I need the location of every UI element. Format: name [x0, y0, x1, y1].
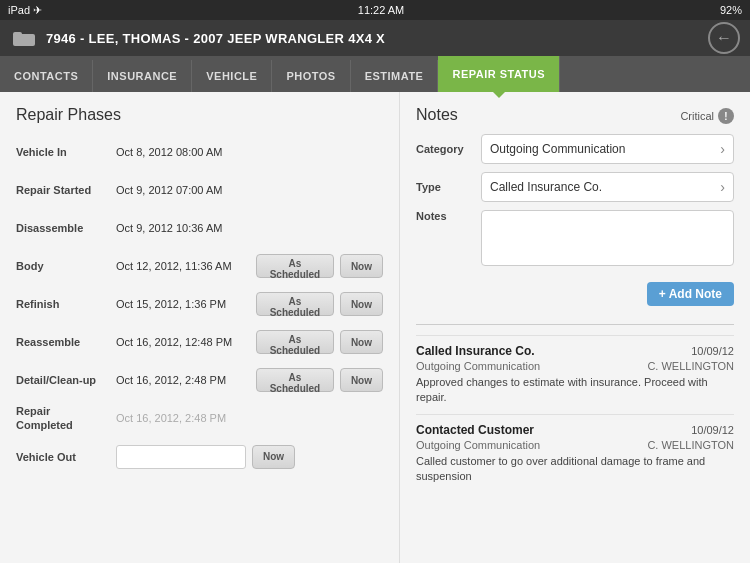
phase-date-disassemble: Oct 9, 2012 10:36 AM	[116, 222, 256, 234]
note-entry-2: Contacted Customer 10/09/12 Outgoing Com…	[416, 414, 734, 493]
phase-label-vehicle-in: Vehicle In	[16, 146, 116, 158]
phase-reassemble: Reassemble Oct 16, 2012, 12:48 PM As Sch…	[16, 328, 383, 356]
note-1-sub: Outgoing Communication C. WELLINGTON	[416, 360, 734, 372]
nav-tabs: CONTACTS INSURANCE VEHICLE PHOTOS ESTIMA…	[0, 56, 750, 92]
type-select[interactable]: Called Insurance Co. ›	[481, 172, 734, 202]
notes-divider	[416, 324, 734, 325]
back-button[interactable]: ←	[708, 22, 740, 54]
header-left: 7946 - LEE, THOMAS - 2007 JEEP WRANGLER …	[10, 27, 385, 49]
btn-now-reassemble[interactable]: Now	[340, 330, 383, 354]
add-note-row: + Add Note	[416, 282, 734, 318]
phase-repair-started: Repair Started Oct 9, 2012 07:00 AM	[16, 176, 383, 204]
btn-scheduled-detail[interactable]: As Scheduled	[256, 368, 334, 392]
tab-vehicle[interactable]: VEHICLE	[192, 60, 272, 92]
right-panel: Notes Critical ! Category Outgoing Commu…	[400, 92, 750, 563]
btn-scheduled-reassemble[interactable]: As Scheduled	[256, 330, 334, 354]
type-chevron-icon: ›	[720, 179, 725, 195]
note-1-header: Called Insurance Co. 10/09/12	[416, 344, 734, 358]
note-2-author: C. WELLINGTON	[647, 439, 734, 451]
critical-badge: Critical !	[680, 108, 734, 124]
status-bar-time: 11:22 AM	[358, 4, 404, 16]
note-2-date: 10/09/12	[691, 424, 734, 436]
left-panel-title: Repair Phases	[16, 106, 383, 124]
notes-textarea[interactable]	[481, 210, 734, 266]
phase-date-refinish: Oct 15, 2012, 1:36 PM	[116, 298, 256, 310]
tab-photos[interactable]: PHOTOS	[272, 60, 350, 92]
tab-repair-status[interactable]: REPAIR STATUS	[438, 56, 560, 92]
note-2-sub: Outgoing Communication C. WELLINGTON	[416, 439, 734, 451]
header: 7946 - LEE, THOMAS - 2007 JEEP WRANGLER …	[0, 20, 750, 56]
phase-date-repair-started: Oct 9, 2012 07:00 AM	[116, 184, 256, 196]
right-panel-title: Notes	[416, 106, 458, 124]
btn-now-body[interactable]: Now	[340, 254, 383, 278]
status-bar: iPad ✈ 11:22 AM 92%	[0, 0, 750, 20]
category-chevron-icon: ›	[720, 141, 725, 157]
status-bar-left: iPad ✈	[8, 4, 42, 17]
tab-contacts[interactable]: CONTACTS	[0, 60, 93, 92]
category-value: Outgoing Communication	[490, 142, 625, 156]
critical-label: Critical	[680, 110, 714, 122]
btn-now-vehicle-out[interactable]: Now	[252, 445, 295, 469]
phase-date-reassemble: Oct 16, 2012, 12:48 PM	[116, 336, 256, 348]
main-content: Repair Phases Vehicle In Oct 8, 2012 08:…	[0, 92, 750, 563]
add-note-button[interactable]: + Add Note	[647, 282, 734, 306]
phase-label-detail-cleanup: Detail/Clean-up	[16, 374, 116, 386]
btn-scheduled-body[interactable]: As Scheduled	[256, 254, 334, 278]
note-2-title: Contacted Customer	[416, 423, 534, 437]
note-1-body: Approved changes to estimate with insura…	[416, 375, 734, 406]
phase-label-disassemble: Disassemble	[16, 222, 116, 234]
phase-repair-completed: RepairCompleted Oct 16, 2012, 2:48 PM	[16, 404, 383, 433]
phase-label-refinish: Refinish	[16, 298, 116, 310]
phase-vehicle-out: Vehicle Out Now	[16, 443, 383, 471]
note-2-type: Outgoing Communication	[416, 439, 540, 451]
phase-label-vehicle-out: Vehicle Out	[16, 451, 116, 463]
battery-status: 92%	[720, 4, 742, 16]
status-bar-right: 92%	[720, 4, 742, 16]
phase-label-repair-started: Repair Started	[16, 184, 116, 196]
category-select[interactable]: Outgoing Communication ›	[481, 134, 734, 164]
btn-now-refinish[interactable]: Now	[340, 292, 383, 316]
btn-now-detail[interactable]: Now	[340, 368, 383, 392]
note-1-title: Called Insurance Co.	[416, 344, 535, 358]
phase-disassemble: Disassemble Oct 9, 2012 10:36 AM	[16, 214, 383, 242]
svg-rect-1	[13, 32, 22, 37]
tab-insurance[interactable]: INSURANCE	[93, 60, 192, 92]
phase-label-body: Body	[16, 260, 116, 272]
critical-icon: !	[718, 108, 734, 124]
phase-label-repair-completed: RepairCompleted	[16, 404, 116, 433]
note-1-type: Outgoing Communication	[416, 360, 540, 372]
device-name: iPad ✈	[8, 4, 42, 17]
phase-vehicle-in: Vehicle In Oct 8, 2012 08:00 AM	[16, 138, 383, 166]
note-2-body: Called customer to go over additional da…	[416, 454, 734, 485]
phase-detail-cleanup: Detail/Clean-up Oct 16, 2012, 2:48 PM As…	[16, 366, 383, 394]
note-entry-1: Called Insurance Co. 10/09/12 Outgoing C…	[416, 335, 734, 414]
phase-date-vehicle-in: Oct 8, 2012 08:00 AM	[116, 146, 256, 158]
notes-row: Notes	[416, 210, 734, 274]
phase-label-reassemble: Reassemble	[16, 336, 116, 348]
left-panel: Repair Phases Vehicle In Oct 8, 2012 08:…	[0, 92, 400, 563]
notes-label: Notes	[416, 210, 481, 222]
phase-date-detail-cleanup: Oct 16, 2012, 2:48 PM	[116, 374, 256, 386]
note-1-author: C. WELLINGTON	[647, 360, 734, 372]
category-row: Category Outgoing Communication ›	[416, 134, 734, 164]
folder-icon[interactable]	[10, 27, 38, 49]
note-2-header: Contacted Customer 10/09/12	[416, 423, 734, 437]
phase-date-body: Oct 12, 2012, 11:36 AM	[116, 260, 256, 272]
phase-refinish: Refinish Oct 15, 2012, 1:36 PM As Schedu…	[16, 290, 383, 318]
vehicle-out-input[interactable]	[116, 445, 246, 469]
btn-scheduled-refinish[interactable]: As Scheduled	[256, 292, 334, 316]
type-label: Type	[416, 181, 481, 193]
type-value: Called Insurance Co.	[490, 180, 602, 194]
type-row: Type Called Insurance Co. ›	[416, 172, 734, 202]
phase-body: Body Oct 12, 2012, 11:36 AM As Scheduled…	[16, 252, 383, 280]
note-1-date: 10/09/12	[691, 345, 734, 357]
phase-date-repair-completed: Oct 16, 2012, 2:48 PM	[116, 412, 256, 424]
category-label: Category	[416, 143, 481, 155]
tab-estimate[interactable]: ESTIMATE	[351, 60, 439, 92]
header-title: 7946 - LEE, THOMAS - 2007 JEEP WRANGLER …	[46, 31, 385, 46]
